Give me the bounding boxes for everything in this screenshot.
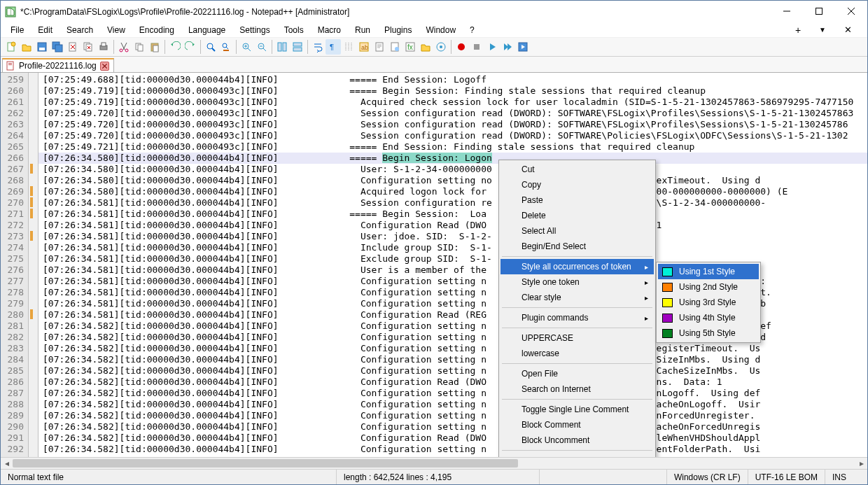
copy-icon[interactable] [132, 39, 147, 55]
style-using-4th-style[interactable]: Using 4th Style [658, 310, 759, 325]
ctx-toggle-single-line-comment[interactable]: Toggle Single Line Comment [500, 402, 654, 417]
style-submenu[interactable]: Using 1st StyleUsing 2nd StyleUsing 3rd … [656, 262, 761, 343]
toolbar-plus-icon[interactable]: + [788, 23, 808, 37]
minimize-button[interactable] [771, 1, 803, 22]
app-window: *C:\ProgramData\FSLogix\Logs\Profile\Pro… [0, 0, 868, 485]
svg-rect-40 [7, 62, 13, 70]
svg-rect-24 [283, 43, 286, 51]
paste-icon[interactable] [147, 39, 162, 55]
ctx-style-all-occurrences-of-token[interactable]: Style all occurrences of token [500, 259, 654, 274]
save-icon[interactable] [34, 39, 50, 55]
window-title: *C:\ProgramData\FSLogix\Logs\Profile\Pro… [20, 7, 771, 17]
undo-icon[interactable] [167, 39, 183, 55]
ctx-open-file[interactable]: Open File [500, 366, 654, 381]
zoom-in-icon[interactable] [239, 39, 254, 55]
ctx-clear-style[interactable]: Clear style [500, 290, 654, 305]
status-encoding[interactable]: UTF-16 LE BOM [748, 470, 825, 484]
menu-language[interactable]: Language [181, 24, 232, 36]
doc-map-icon[interactable] [372, 39, 387, 55]
close-button[interactable] [835, 1, 867, 22]
toolbar-dropdown-icon[interactable]: ▼ [812, 24, 833, 35]
menu-help[interactable]: ? [463, 24, 482, 36]
ctx-paste[interactable]: Paste [500, 192, 654, 208]
ctx-block-comment[interactable]: Block Comment [500, 417, 654, 433]
redo-icon[interactable] [183, 39, 198, 55]
show-all-chars-icon[interactable]: ¶ [326, 39, 341, 55]
cut-icon[interactable] [116, 39, 132, 55]
svg-rect-41 [8, 63, 12, 64]
maximize-button[interactable] [803, 1, 835, 22]
svg-rect-25 [293, 43, 302, 46]
svg-rect-16 [138, 45, 143, 51]
doc-list-icon[interactable] [387, 39, 402, 55]
replace-icon[interactable] [218, 39, 234, 55]
svg-point-19 [207, 43, 213, 49]
ctx-select-all[interactable]: Select All [500, 223, 654, 239]
ctx-begin-end-select[interactable]: Begin/End Select [500, 239, 654, 254]
func-list-icon[interactable]: fx [402, 39, 418, 55]
ctx-copy[interactable]: Copy [500, 177, 654, 192]
style-using-1st-style[interactable]: Using 1st Style [658, 264, 759, 279]
menu-window[interactable]: Window [419, 24, 463, 36]
sync-v-icon[interactable] [274, 39, 290, 55]
file-tab[interactable]: Profile-20221116.log [2, 58, 114, 72]
folder-icon[interactable] [418, 39, 433, 55]
status-position [540, 470, 667, 484]
open-file-icon[interactable] [19, 39, 34, 55]
print-icon[interactable] [96, 39, 111, 55]
style-using-3rd-style[interactable]: Using 3rd Style [658, 295, 759, 310]
status-eol[interactable]: Windows (CR LF) [667, 470, 748, 484]
title-bar[interactable]: *C:\ProgramData\FSLogix\Logs\Profile\Pro… [1, 1, 867, 22]
status-insert-mode[interactable]: INS [825, 470, 867, 484]
ctx-hide-lines[interactable]: Hide Lines [500, 453, 654, 457]
horizontal-scrollbar[interactable]: ◂ ▸ [1, 457, 867, 469]
wordwrap-icon[interactable] [310, 39, 326, 55]
close-all-icon[interactable] [80, 39, 96, 55]
svg-point-37 [458, 43, 465, 50]
save-all-icon[interactable] [50, 39, 65, 55]
menu-settings[interactable]: Settings [232, 24, 276, 36]
scroll-right-icon[interactable]: ▸ [855, 458, 867, 469]
scroll-left-icon[interactable]: ◂ [1, 458, 13, 469]
save-macro-icon[interactable] [515, 39, 531, 55]
menu-macro[interactable]: Macro [311, 24, 348, 36]
ctx-uppercase[interactable]: UPPERCASE [500, 330, 654, 346]
style-using-2nd-style[interactable]: Using 2nd Style [658, 279, 759, 295]
menu-plugins[interactable]: Plugins [377, 24, 419, 36]
menu-tools[interactable]: Tools [277, 24, 311, 36]
play-macro-icon[interactable] [484, 39, 500, 55]
new-file-icon[interactable] [4, 39, 19, 55]
close-file-icon[interactable] [65, 39, 80, 55]
lang-icon[interactable]: ab [356, 39, 372, 55]
menu-view[interactable]: View [100, 24, 132, 36]
menu-encoding[interactable]: Encoding [132, 24, 181, 36]
find-icon[interactable] [203, 39, 218, 55]
menu-edit[interactable]: Edit [31, 24, 59, 36]
toolbar: ¶ ab fx [1, 38, 867, 57]
svg-point-3 [11, 42, 15, 46]
context-menu[interactable]: CutCopyPasteDeleteSelect AllBegin/End Se… [498, 160, 656, 457]
ctx-cut[interactable]: Cut [500, 162, 654, 177]
monitor-icon[interactable] [433, 39, 449, 55]
tab-close-icon[interactable] [100, 62, 109, 71]
scrollbar-thumb[interactable] [13, 459, 518, 468]
menu-search[interactable]: Search [59, 24, 100, 36]
ctx-plugin-commands[interactable]: Plugin commands [500, 310, 654, 325]
style-using-5th-style[interactable]: Using 5th Style [658, 325, 759, 341]
ctx-search-on-internet[interactable]: Search on Internet [500, 381, 654, 397]
record-macro-icon[interactable] [454, 39, 469, 55]
stop-macro-icon[interactable] [469, 39, 484, 55]
toolbar-x-icon[interactable]: ✕ [837, 23, 859, 36]
zoom-out-icon[interactable] [254, 39, 270, 55]
ctx-style-one-token[interactable]: Style one token [500, 274, 654, 290]
indent-guide-icon[interactable] [341, 39, 356, 55]
file-tab-icon [6, 61, 15, 71]
ctx-block-uncomment[interactable]: Block Uncomment [500, 433, 654, 448]
play-multi-icon[interactable] [500, 39, 515, 55]
svg-point-13 [120, 49, 122, 52]
menu-file[interactable]: File [4, 24, 31, 36]
ctx-delete[interactable]: Delete [500, 208, 654, 223]
sync-h-icon[interactable] [290, 39, 305, 55]
ctx-lowercase[interactable]: lowercase [500, 346, 654, 361]
menu-run[interactable]: Run [348, 24, 377, 36]
